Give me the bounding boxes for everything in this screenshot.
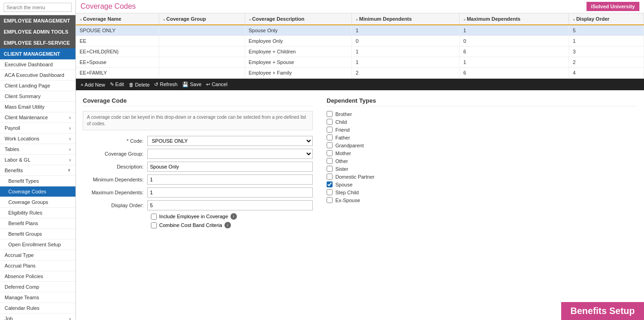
sidebar-item-accrual-type[interactable]: Accrual Type — [0, 250, 75, 261]
dep-type-checkbox[interactable] — [327, 127, 333, 133]
sidebar-item-coverage-groups[interactable]: Coverage Groups — [0, 197, 75, 208]
dep-type-label: Sister — [335, 166, 348, 172]
include-employee-info-icon[interactable]: i — [230, 213, 237, 220]
sidebar-item-manage-teams[interactable]: Manage Teams — [0, 292, 75, 303]
sidebar-item-executive-dashboard[interactable]: Executive Dashboard — [0, 59, 75, 70]
dep-type-checkbox[interactable] — [327, 181, 333, 187]
coverage-codes-table-area: Coverage Name Coverage Group Coverage De… — [76, 13, 644, 79]
dep-type-label: Domestic Partner — [335, 174, 374, 180]
combine-cost-info-icon[interactable]: i — [224, 222, 231, 228]
cell-min-dep: 0 — [352, 36, 460, 47]
cell-max-dep: 0 — [460, 36, 569, 47]
add-new-button[interactable]: + Add New — [80, 82, 105, 87]
dep-type-checkbox[interactable] — [327, 189, 333, 195]
form-label-description: Description: — [83, 164, 147, 169]
cell-coverage-name: EE+Spouse — [76, 57, 159, 68]
sidebar-item-benefit-types[interactable]: Benefit Types — [0, 176, 75, 186]
code-select[interactable]: SPOUSE ONLY — [147, 136, 313, 146]
dep-type-checkbox[interactable] — [327, 119, 333, 125]
dep-type-label: Grandparent — [335, 143, 364, 148]
dep-type-checkbox[interactable] — [327, 158, 333, 164]
dep-type-checkbox[interactable] — [327, 134, 333, 140]
form-row-coverage-group: Coverage Group: — [83, 149, 313, 159]
sidebar-item-benefits[interactable]: Benefits — [0, 165, 75, 176]
form-row-display-order: Display Order: — [83, 200, 313, 210]
sidebar-item-absence-policies[interactable]: Absence Policies — [0, 271, 75, 282]
dep-type-checkbox[interactable] — [327, 174, 333, 180]
page-title: Coverage Codes — [80, 2, 136, 11]
sidebar-item-benefit-plans[interactable]: Benefit Plans — [0, 218, 75, 229]
edit-button[interactable]: ✎ Edit — [110, 81, 124, 87]
nav-employee-self-service[interactable]: EMPLOYEE SELF-SERVICE — [0, 37, 75, 48]
sidebar-item-tables[interactable]: Tables — [0, 144, 75, 155]
cell-min-dep: 1 — [352, 57, 460, 68]
col-display-order[interactable]: Display Order — [569, 13, 644, 25]
col-maximum-dependents[interactable]: Maximum Dependents — [460, 13, 569, 25]
sidebar-item-job[interactable]: Job — [0, 314, 75, 320]
dep-type-item: Sister — [327, 166, 637, 172]
combine-cost-checkbox[interactable] — [151, 222, 157, 228]
cell-coverage-description: Employee + Family — [245, 68, 352, 78]
coverage-group-select[interactable] — [147, 149, 313, 159]
dep-type-checkbox[interactable] — [327, 150, 333, 156]
dep-type-label: Brother — [335, 111, 352, 117]
dep-type-checkbox[interactable] — [327, 166, 333, 172]
col-coverage-group[interactable]: Coverage Group — [159, 13, 245, 25]
sidebar-item-calendar-rules[interactable]: Calendar Rules — [0, 303, 75, 314]
sidebar-item-client-landing-page[interactable]: Client Landing Page — [0, 81, 75, 91]
dep-type-label: Step Child — [335, 190, 359, 195]
description-input[interactable] — [147, 162, 313, 172]
cell-max-dep: 6 — [460, 47, 569, 57]
nav-client-management[interactable]: CLIENT MANAGEMENT — [0, 48, 75, 59]
form-row-min-dep: Minimum Dependents: — [83, 175, 313, 185]
form-label-min-dep: Minimum Dependents: — [83, 177, 147, 182]
table-row[interactable]: EE Employee Only 0 0 1 — [76, 36, 644, 47]
sidebar-item-benefit-groups[interactable]: Benefit Groups — [0, 229, 75, 239]
min-dep-input[interactable] — [147, 175, 313, 185]
cell-max-dep: 1 — [460, 25, 569, 36]
save-button[interactable]: 💾 Save — [182, 81, 201, 87]
cell-coverage-description: Employee Only — [245, 36, 352, 47]
sidebar-item-work-locations[interactable]: Work Locations — [0, 134, 75, 144]
dep-type-checkbox[interactable] — [327, 197, 333, 203]
sidebar-item-client-maintenance[interactable]: Client Maintenance — [0, 112, 75, 123]
search-input[interactable] — [4, 3, 72, 12]
sidebar-item-aca-executive-dashboard[interactable]: ACA Executive Dashboard — [0, 70, 75, 81]
combine-cost-label: Combine Cost Band Criteria — [159, 222, 222, 228]
col-coverage-description[interactable]: Coverage Description — [245, 13, 352, 25]
coverage-code-form: Coverage Code A coverage code can be key… — [83, 97, 313, 313]
table-row[interactable]: EE+FAMILY Employee + Family 2 6 4 — [76, 68, 644, 78]
dep-type-checkbox[interactable] — [327, 142, 333, 148]
delete-button[interactable]: 🗑 Delete — [129, 82, 150, 87]
form-note: A coverage code can be keyed in this dro… — [83, 111, 313, 130]
cell-display-order: 1 — [569, 36, 644, 47]
sidebar-item-eligibility-rules[interactable]: Eligibility Rules — [0, 208, 75, 218]
dep-type-item: Step Child — [327, 189, 637, 195]
sidebar-item-payroll[interactable]: Payroll — [0, 123, 75, 134]
sidebar: EMPLOYEE MANAGEMENT EMPLOYEE ADMIN TOOLS… — [0, 0, 76, 320]
include-employee-checkbox[interactable] — [151, 214, 157, 220]
refresh-button[interactable]: ↺ Refresh — [154, 81, 178, 87]
col-minimum-dependents[interactable]: Minimum Dependents — [352, 13, 460, 25]
dep-type-label: Ex-Spouse — [335, 198, 360, 203]
sidebar-item-open-enrollment-setup[interactable]: Open Enrollment Setup — [0, 239, 75, 250]
table-row[interactable]: EE+Spouse Employee + Spouse 1 1 2 — [76, 57, 644, 68]
sidebar-item-accrual-plans[interactable]: Accrual Plans — [0, 261, 75, 271]
sidebar-item-coverage-codes[interactable]: Coverage Codes — [0, 186, 75, 197]
dep-type-checkbox[interactable] — [327, 111, 333, 117]
form-row-max-dep: Maximum Dependents: — [83, 187, 313, 198]
table-row[interactable]: SPOUSE ONLY Spouse Only 1 1 5 — [76, 25, 644, 36]
sidebar-item-client-summary[interactable]: Client Summary — [0, 91, 75, 102]
nav-employee-admin-tools[interactable]: EMPLOYEE ADMIN TOOLS — [0, 26, 75, 37]
col-coverage-name[interactable]: Coverage Name — [76, 13, 159, 25]
sidebar-item-mass-email-utility[interactable]: Mass Email Utility — [0, 102, 75, 112]
sidebar-item-labor-gl[interactable]: Labor & GL — [0, 155, 75, 165]
isolved-university-button[interactable]: iSolved University — [586, 2, 639, 11]
table-row[interactable]: EE+CHILD(REN) Employee + Children 1 6 3 — [76, 47, 644, 57]
nav-employee-management[interactable]: EMPLOYEE MANAGEMENT — [0, 15, 75, 26]
form-area: Coverage Code A coverage code can be key… — [76, 90, 644, 320]
display-order-input[interactable] — [147, 200, 313, 210]
max-dep-input[interactable] — [147, 187, 313, 198]
sidebar-item-deferred-comp[interactable]: Deferred Comp — [0, 282, 75, 292]
cancel-button[interactable]: ↩ Cancel — [206, 81, 227, 87]
